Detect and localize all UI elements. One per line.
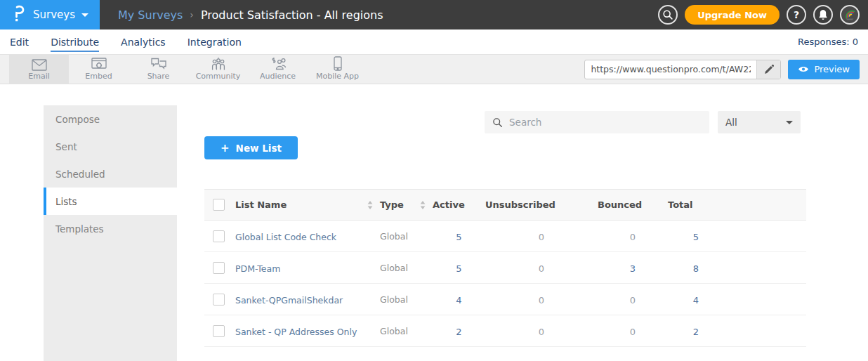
list-type: Global — [380, 252, 433, 284]
breadcrumb: My Surveys › Product Satisfaction - All … — [118, 8, 658, 22]
topbar-actions: Upgrade Now ? — [658, 5, 860, 25]
bounced-count-link[interactable]: 3 — [630, 263, 636, 274]
row-checkbox[interactable] — [213, 262, 225, 274]
active-count-link[interactable]: 5 — [456, 232, 461, 242]
channel-tab-community[interactable]: Community — [188, 55, 248, 84]
column-header-bounced: Bounced — [598, 190, 668, 221]
chevron-down-icon — [786, 121, 793, 124]
plus-icon: + — [221, 142, 230, 155]
breadcrumb-my-surveys[interactable]: My Surveys — [118, 8, 183, 22]
total-count-link[interactable]: 5 — [693, 232, 699, 242]
column-header-active: Active — [433, 190, 485, 221]
active-count-link[interactable]: 5 — [456, 263, 461, 274]
channel-tab-label: Mobile App — [316, 72, 359, 81]
new-list-label: New List — [236, 143, 282, 154]
survey-nav: Edit Distribute Analytics Integration Re… — [0, 29, 868, 55]
channel-tab-share[interactable]: Share — [129, 55, 188, 84]
notifications-button[interactable] — [813, 5, 833, 25]
column-header-list-name: List Name — [235, 199, 287, 210]
mobile-app-icon — [334, 58, 342, 71]
channel-tab-email[interactable]: Email — [9, 55, 69, 84]
list-name-link[interactable]: PDM-Team — [235, 263, 280, 274]
avatar-logo-icon — [841, 6, 858, 23]
tab-integration[interactable]: Integration — [188, 32, 242, 52]
survey-url-box — [584, 60, 781, 79]
filter-dropdown[interactable]: All — [718, 111, 801, 133]
table-row: Sanket - QP Addresses Only Global 2 0 0 … — [204, 315, 806, 347]
list-type: Global — [380, 221, 433, 252]
avatar[interactable] — [840, 5, 860, 25]
total-count-link[interactable]: 8 — [693, 263, 699, 274]
eye-icon — [798, 65, 809, 73]
channel-tabs: Email Embed Share Community — [9, 55, 367, 84]
list-name-link[interactable]: Global List Code Check — [235, 232, 336, 242]
list-name-link[interactable]: Sanket - QP Addresses Only — [235, 327, 357, 337]
sidebar-item-compose[interactable]: Compose — [44, 105, 177, 133]
bounced-count: 0 — [630, 327, 636, 337]
distribute-toolbar: Email Embed Share Community — [0, 55, 868, 84]
table-row: Global List Code Check Global 5 0 0 5 — [204, 221, 806, 252]
unsubscribed-count: 0 — [539, 295, 544, 306]
new-list-button[interactable]: + New List — [204, 136, 298, 159]
sidebar-item-lists[interactable]: Lists — [44, 188, 177, 215]
select-all-checkbox[interactable] — [213, 199, 225, 211]
unsubscribed-count: 0 — [539, 232, 544, 242]
total-count-link[interactable]: 4 — [693, 295, 699, 306]
channel-tab-label: Email — [28, 72, 50, 81]
survey-url-input[interactable] — [585, 60, 756, 79]
sort-icon[interactable] — [367, 201, 373, 209]
audience-icon — [270, 58, 287, 71]
search-box — [485, 111, 709, 133]
help-icon: ? — [794, 9, 799, 20]
tab-analytics[interactable]: Analytics — [121, 32, 166, 52]
share-icon — [150, 58, 167, 71]
preview-button[interactable]: Preview — [788, 60, 860, 79]
column-header-type: Type — [380, 199, 404, 210]
community-icon — [210, 58, 227, 71]
edit-url-button[interactable] — [756, 60, 780, 79]
questionpro-logo-icon — [11, 4, 27, 25]
list-type: Global — [380, 315, 433, 347]
channel-tab-embed[interactable]: Embed — [69, 55, 129, 84]
tab-distribute[interactable]: Distribute — [51, 32, 99, 52]
channel-tab-label: Embed — [85, 72, 112, 81]
row-checkbox[interactable] — [213, 294, 225, 306]
column-header-unsubscribed: Unsubscribed — [485, 190, 598, 221]
unsubscribed-count: 0 — [539, 263, 544, 274]
preview-label: Preview — [814, 64, 850, 74]
total-count-link[interactable]: 2 — [693, 327, 699, 337]
list-type: Global — [380, 284, 433, 315]
search-button[interactable] — [658, 5, 678, 25]
table-row: Sanket-QPGmailShekdar Global 4 0 0 4 — [204, 284, 806, 315]
row-checkbox[interactable] — [213, 325, 225, 337]
table-row: PDM-Team Global 5 0 3 8 — [204, 252, 806, 284]
channel-tab-label: Share — [147, 72, 170, 81]
email-sidebar: Compose Sent Scheduled Lists Templates — [44, 105, 177, 361]
active-count-link[interactable]: 4 — [456, 295, 461, 306]
channel-tab-mobile-app[interactable]: Mobile App — [308, 55, 367, 84]
chevron-down-icon — [81, 13, 88, 17]
list-name-link[interactable]: Sanket-QPGmailShekdar — [235, 295, 343, 306]
embed-icon — [91, 58, 107, 71]
active-count-link[interactable]: 2 — [456, 327, 461, 337]
row-checkbox[interactable] — [213, 230, 225, 242]
top-bar: Surveys My Surveys › Product Satisfactio… — [0, 0, 868, 29]
tab-edit[interactable]: Edit — [10, 32, 29, 52]
surveys-menu[interactable]: Surveys — [0, 0, 100, 29]
responses-count: Responses: 0 — [798, 37, 858, 47]
upgrade-now-button[interactable]: Upgrade Now — [685, 5, 780, 25]
lists-panel: All + New List List Name — [204, 84, 806, 347]
lists-table: List Name Type Active Unsubscribed Bounc… — [204, 189, 806, 347]
sidebar-item-templates[interactable]: Templates — [44, 215, 177, 242]
app-window: Surveys My Surveys › Product Satisfactio… — [0, 0, 868, 361]
page-title: Product Satisfaction - All regions — [201, 8, 383, 22]
sidebar-item-sent[interactable]: Sent — [44, 133, 177, 160]
help-button[interactable]: ? — [787, 5, 806, 25]
table-header-row: List Name Type Active Unsubscribed Bounc… — [204, 190, 806, 221]
sidebar-item-scheduled[interactable]: Scheduled — [44, 160, 177, 188]
channel-tab-audience[interactable]: Audience — [248, 55, 308, 84]
channel-tab-label: Audience — [260, 72, 296, 81]
search-input[interactable] — [509, 117, 702, 128]
sort-icon[interactable] — [420, 201, 426, 209]
content-area: Compose Sent Scheduled Lists Templates A… — [0, 84, 868, 361]
